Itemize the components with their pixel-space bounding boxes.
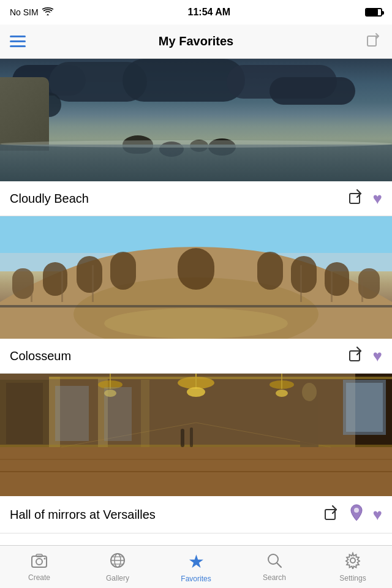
svg-rect-18 xyxy=(0,305,392,307)
status-left: No SIM xyxy=(10,7,53,18)
svg-rect-13 xyxy=(325,262,349,296)
svg-point-71 xyxy=(350,558,355,563)
status-bar: No SIM 11:54 AM xyxy=(0,0,392,24)
share-button[interactable] xyxy=(324,505,340,524)
svg-point-17 xyxy=(104,308,288,339)
item-label-row: Hall of mirrors at Versailles ♥ xyxy=(0,496,392,533)
svg-rect-25 xyxy=(350,351,360,361)
svg-point-63 xyxy=(44,557,46,559)
tab-settings-label: Settings xyxy=(339,574,366,582)
svg-rect-9 xyxy=(43,262,67,296)
svg-rect-2 xyxy=(350,194,360,203)
svg-rect-15 xyxy=(257,252,283,290)
svg-point-59 xyxy=(354,508,359,513)
item-image-cloudly-beach[interactable] xyxy=(0,59,392,181)
item-label-row: Colosseum ♥ xyxy=(0,339,392,373)
svg-rect-50 xyxy=(104,387,132,441)
tab-favorites-label: Favorites xyxy=(181,575,211,583)
share-button[interactable] xyxy=(349,189,364,208)
svg-rect-20 xyxy=(61,271,63,302)
svg-line-70 xyxy=(277,563,281,567)
camera-icon xyxy=(31,552,48,571)
tab-gallery[interactable]: Gallery xyxy=(78,546,157,588)
status-right xyxy=(365,8,382,17)
svg-rect-24 xyxy=(361,277,363,302)
item-actions: ♥ xyxy=(349,346,382,366)
svg-rect-21 xyxy=(92,265,94,302)
svg-point-56 xyxy=(302,383,317,401)
search-icon xyxy=(266,552,282,571)
favorites-list: Cloudly Beach ♥ xyxy=(0,59,392,545)
item-label-row: Cloudly Beach ♥ xyxy=(0,181,392,216)
svg-rect-10 xyxy=(77,256,102,293)
page-title: My Favorites xyxy=(159,34,233,48)
share-button[interactable] xyxy=(349,346,364,366)
svg-rect-36 xyxy=(346,383,383,432)
star-icon: ★ xyxy=(188,551,205,572)
svg-point-61 xyxy=(36,559,42,565)
item-actions: ♥ xyxy=(324,503,382,526)
carrier-label: No SIM xyxy=(10,7,39,17)
list-item: Hall of mirrors at Versailles ♥ xyxy=(0,374,392,533)
tab-settings[interactable]: Settings xyxy=(314,546,392,588)
svg-rect-53 xyxy=(181,429,184,447)
svg-rect-57 xyxy=(325,510,335,519)
item-title: Colosseum xyxy=(10,349,71,363)
item-title: Cloudly Beach xyxy=(10,192,89,206)
tab-search-label: Search xyxy=(263,573,286,582)
svg-rect-23 xyxy=(331,271,333,302)
gear-icon xyxy=(344,552,361,571)
svg-rect-16 xyxy=(178,248,214,290)
item-title: Hall of mirrors at Versailles xyxy=(10,508,156,522)
svg-rect-33 xyxy=(6,383,43,444)
svg-point-44 xyxy=(187,387,205,397)
tab-bar: Create Gallery ★ Favorites Search xyxy=(0,545,392,588)
svg-rect-39 xyxy=(141,380,149,447)
nav-share-button[interactable] xyxy=(365,31,382,52)
svg-rect-49 xyxy=(55,386,89,441)
svg-rect-8 xyxy=(12,268,34,299)
globe-icon xyxy=(109,552,126,571)
tab-gallery-label: Gallery xyxy=(106,574,129,582)
svg-rect-22 xyxy=(300,265,302,302)
nav-bar: My Favorites xyxy=(0,24,392,59)
svg-rect-52 xyxy=(0,445,392,447)
list-item: Colosseum ♥ xyxy=(0,216,392,374)
wifi-icon xyxy=(42,7,53,18)
menu-button[interactable] xyxy=(10,36,26,47)
svg-rect-11 xyxy=(110,252,136,290)
item-image-colosseum[interactable] xyxy=(0,216,392,339)
pin-button[interactable] xyxy=(349,503,364,526)
tab-search[interactable]: Search xyxy=(235,546,314,588)
tab-create[interactable]: Create xyxy=(0,546,78,588)
svg-rect-54 xyxy=(190,428,193,447)
favorite-button[interactable]: ♥ xyxy=(373,189,382,208)
item-actions: ♥ xyxy=(349,189,382,208)
svg-point-48 xyxy=(276,390,288,397)
svg-rect-51 xyxy=(49,377,392,379)
item-image-hall-of-mirrors[interactable] xyxy=(0,374,392,496)
tab-create-label: Create xyxy=(28,573,50,582)
svg-rect-19 xyxy=(31,277,32,302)
battery-icon xyxy=(365,8,382,17)
svg-rect-0 xyxy=(368,36,376,46)
favorite-button[interactable]: ♥ xyxy=(373,505,382,524)
svg-rect-14 xyxy=(291,256,317,293)
tab-favorites[interactable]: ★ Favorites xyxy=(157,546,235,588)
favorite-button[interactable]: ♥ xyxy=(373,347,382,366)
status-time: 11:54 AM xyxy=(188,7,231,18)
list-item: Cloudly Beach ♥ xyxy=(0,59,392,216)
